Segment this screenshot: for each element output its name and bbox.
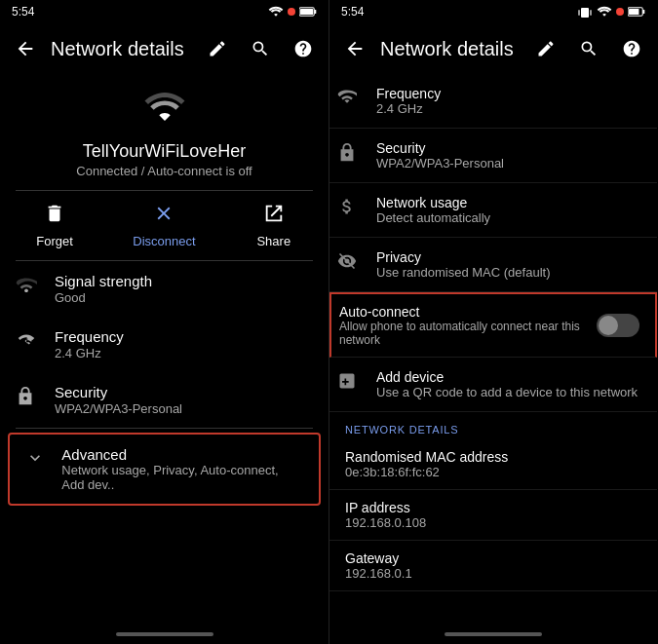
right-security-content: Security WPA2/WPA3-Personal — [376, 140, 504, 170]
right-frequency-icon — [337, 88, 365, 112]
ip-address-title: IP address — [345, 500, 641, 515]
auto-connect-toggle[interactable] — [597, 314, 639, 337]
top-bar-left: Network details — [0, 23, 329, 74]
home-indicator-left — [0, 625, 329, 644]
ssid-label: TellYourWiFiLoveHer — [83, 141, 246, 162]
edit-button-left[interactable] — [200, 31, 235, 66]
advanced-item[interactable]: Advanced Network usage, Privacy, Auto-co… — [8, 433, 321, 506]
status-bar-right: 5:54 — [329, 0, 657, 23]
advanced-content: Advanced Network usage, Privacy, Auto-co… — [61, 446, 303, 492]
notif-dot-left — [288, 8, 295, 16]
gateway-title: Gateway — [345, 550, 641, 566]
status-icons-left — [268, 6, 317, 18]
notif-dot-right — [616, 8, 624, 16]
right-privacy-title: Privacy — [376, 249, 550, 265]
frequency-sub: 2.4 GHz — [55, 346, 124, 360]
right-frequency-content: Frequency 2.4 GHz — [376, 86, 441, 116]
svg-rect-9 — [629, 9, 639, 15]
time-right: 5:54 — [341, 5, 364, 19]
gateway-sub: 192.168.0.1 — [345, 566, 641, 581]
advanced-chevron-icon — [25, 448, 46, 473]
back-button-right[interactable] — [337, 31, 372, 66]
security-title: Security — [55, 384, 182, 400]
status-bar-left: 5:54 — [0, 0, 329, 23]
svg-rect-6 — [590, 10, 592, 16]
search-button-left[interactable] — [243, 31, 278, 66]
add-device-title: Add device — [376, 369, 638, 385]
wifi-status-icon — [268, 6, 284, 18]
wifi-status-right-icon — [597, 6, 612, 18]
network-details-header: NETWORK DETAILS — [329, 412, 657, 439]
wifi-large-icon — [141, 90, 188, 133]
ip-address-item: IP address 192.168.0.108 — [329, 490, 657, 541]
help-button-left[interactable] — [286, 31, 321, 66]
right-network-usage-item: Network usage Detect automatically — [329, 183, 657, 238]
right-frequency-title: Frequency — [376, 86, 441, 101]
svg-rect-5 — [578, 10, 580, 16]
vibrate-icon — [577, 6, 593, 18]
security-content: Security WPA2/WPA3-Personal — [55, 384, 182, 416]
forget-button[interactable]: Forget — [20, 203, 89, 248]
svg-rect-4 — [581, 8, 589, 18]
left-content: Signal strength Good Frequency 2.4 GHz — [0, 261, 329, 625]
right-network-usage-title: Network usage — [376, 195, 490, 210]
forget-icon — [44, 203, 65, 230]
search-button-right[interactable] — [571, 31, 606, 66]
page-title-left: Network details — [51, 38, 192, 60]
auto-connect-title: Auto-connect — [339, 304, 585, 320]
right-privacy-item: Privacy Use randomised MAC (default) — [329, 238, 657, 292]
frequency-content: Frequency 2.4 GHz — [55, 328, 124, 360]
add-device-item: Add device Use a QR code to add a device… — [329, 358, 657, 412]
mac-address-title: Randomised MAC address — [345, 449, 641, 465]
right-security-item: Security WPA2/WPA3-Personal — [329, 129, 657, 183]
edit-button-right[interactable] — [528, 31, 563, 66]
right-network-usage-content: Network usage Detect automatically — [376, 195, 490, 225]
help-button-right[interactable] — [614, 31, 649, 66]
right-dollar-icon — [337, 197, 365, 221]
right-frequency-item: Frequency 2.4 GHz — [329, 74, 657, 129]
battery-icon-left — [299, 6, 317, 18]
auto-connect-item[interactable]: Auto-connect Allow phone to automaticall… — [329, 292, 657, 358]
gateway-item: Gateway 192.168.0.1 — [329, 541, 657, 591]
signal-sub: Good — [55, 290, 152, 305]
add-device-icon — [337, 371, 365, 396]
status-icons-right — [577, 6, 645, 18]
share-label: Share — [256, 234, 290, 248]
home-bar-left — [116, 632, 213, 636]
right-frequency-sub: 2.4 GHz — [376, 101, 441, 116]
auto-connect-sub: Allow phone to automatically connect nea… — [339, 320, 585, 347]
toggle-thumb — [599, 316, 618, 335]
home-bar-right — [445, 632, 542, 636]
home-indicator-right — [329, 625, 657, 644]
advanced-title: Advanced — [61, 446, 303, 463]
back-button-left[interactable] — [8, 31, 43, 66]
advanced-sub: Network usage, Privacy, Auto-connect, Ad… — [61, 463, 303, 492]
left-panel: 5:54 Network details — [0, 0, 329, 644]
right-panel: 5:54 Network details — [329, 0, 657, 644]
connection-status: Connected / Auto-connect is off — [76, 164, 252, 178]
frequency-icon — [16, 330, 39, 353]
time-left: 5:54 — [12, 5, 34, 19]
share-button[interactable]: Share — [240, 203, 308, 248]
disconnect-button[interactable]: Disconnect — [130, 203, 198, 248]
wifi-header: TellYourWiFiLoveHer Connected / Auto-con… — [0, 74, 329, 190]
right-security-icon — [337, 142, 365, 169]
right-content: Frequency 2.4 GHz Security WPA2/WPA3-Per… — [329, 74, 657, 625]
top-bar-right: Network details — [329, 23, 657, 74]
ip-address-sub: 192.168.0.108 — [345, 515, 641, 530]
signal-title: Signal strength — [55, 273, 152, 289]
add-device-sub: Use a QR code to add a device to this ne… — [376, 385, 638, 399]
frequency-title: Frequency — [55, 328, 124, 345]
divider-3 — [16, 428, 313, 429]
auto-connect-content: Auto-connect Allow phone to automaticall… — [339, 304, 585, 347]
right-security-sub: WPA2/WPA3-Personal — [376, 156, 504, 170]
battery-icon-right — [628, 6, 645, 18]
disconnect-icon — [153, 203, 174, 230]
right-privacy-content: Privacy Use randomised MAC (default) — [376, 249, 550, 280]
action-row: Forget Disconnect Share — [0, 191, 329, 260]
security-sub: WPA2/WPA3-Personal — [55, 401, 182, 416]
right-network-usage-sub: Detect automatically — [376, 210, 490, 225]
signal-icon — [16, 275, 39, 297]
add-device-content: Add device Use a QR code to add a device… — [376, 369, 638, 399]
svg-rect-1 — [314, 10, 316, 14]
